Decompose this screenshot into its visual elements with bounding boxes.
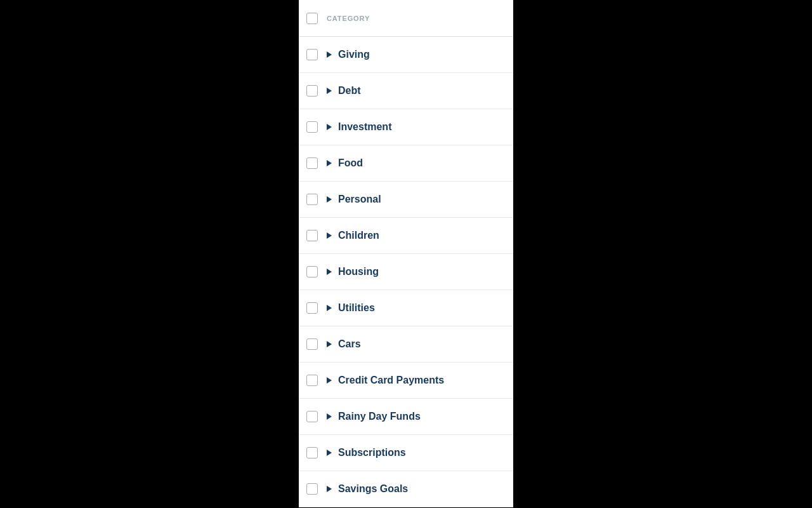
category-row-food[interactable]: Food [299, 145, 513, 182]
chevron-icon-personal [327, 196, 332, 203]
chevron-icon-savings-goals [327, 486, 332, 492]
category-label-investment: Investment [338, 121, 391, 133]
category-label-rainy-day-funds: Rainy Day Funds [338, 411, 421, 422]
category-label-housing: Housing [338, 266, 379, 277]
category-row-credit-card-payments[interactable]: Credit Card Payments [299, 363, 513, 399]
category-row-investment[interactable]: Investment [299, 109, 513, 145]
category-label-savings-goals: Savings Goals [338, 483, 408, 495]
chevron-icon-investment [327, 124, 332, 130]
checkbox-personal[interactable] [306, 194, 318, 205]
category-row-housing[interactable]: Housing [299, 254, 513, 290]
category-row-giving[interactable]: Giving [299, 37, 513, 73]
checkbox-debt[interactable] [306, 85, 318, 97]
category-label-subscriptions: Subscriptions [338, 447, 406, 458]
checkbox-housing[interactable] [306, 266, 318, 277]
checkbox-subscriptions[interactable] [306, 447, 318, 458]
category-row-children[interactable]: Children [299, 218, 513, 254]
category-column-header: CATEGORY [327, 15, 370, 22]
checkbox-cars[interactable] [306, 338, 318, 350]
chevron-icon-utilities [327, 305, 332, 311]
chevron-icon-debt [327, 88, 332, 94]
chevron-icon-food [327, 160, 332, 166]
chevron-icon-children [327, 232, 332, 239]
category-row-rainy-day-funds[interactable]: Rainy Day Funds [299, 399, 513, 435]
category-row-debt[interactable]: Debt [299, 73, 513, 109]
category-label-utilities: Utilities [338, 302, 375, 314]
category-row-subscriptions[interactable]: Subscriptions [299, 435, 513, 471]
checkbox-credit-card-payments[interactable] [306, 375, 318, 386]
category-label-debt: Debt [338, 85, 361, 97]
checkbox-rainy-day-funds[interactable] [306, 411, 318, 422]
checkbox-giving[interactable] [306, 49, 318, 60]
category-row-personal[interactable]: Personal [299, 182, 513, 218]
category-row-savings-goals[interactable]: Savings Goals [299, 471, 513, 507]
checkbox-children[interactable] [306, 230, 318, 241]
chevron-icon-subscriptions [327, 450, 332, 456]
category-label-credit-card-payments: Credit Card Payments [338, 375, 444, 386]
checkbox-savings-goals[interactable] [306, 483, 318, 495]
category-label-personal: Personal [338, 194, 381, 205]
table-header-row: CATEGORY [299, 0, 513, 37]
checkbox-investment[interactable] [306, 121, 318, 133]
checkbox-food[interactable] [306, 157, 318, 169]
category-row-cars[interactable]: Cars [299, 326, 513, 363]
checkbox-utilities[interactable] [306, 302, 318, 314]
category-row-utilities[interactable]: Utilities [299, 290, 513, 326]
category-table: CATEGORY GivingDebtInvestmentFoodPersona… [299, 0, 513, 507]
chevron-icon-credit-card-payments [327, 377, 332, 384]
chevron-icon-housing [327, 269, 332, 275]
category-list: GivingDebtInvestmentFoodPersonalChildren… [299, 37, 513, 507]
category-label-children: Children [338, 230, 379, 241]
category-label-cars: Cars [338, 338, 361, 350]
select-all-checkbox[interactable] [306, 13, 318, 24]
category-label-food: Food [338, 157, 363, 169]
category-label-giving: Giving [338, 49, 370, 60]
chevron-icon-rainy-day-funds [327, 413, 332, 420]
chevron-icon-cars [327, 341, 332, 347]
chevron-icon-giving [327, 51, 332, 58]
